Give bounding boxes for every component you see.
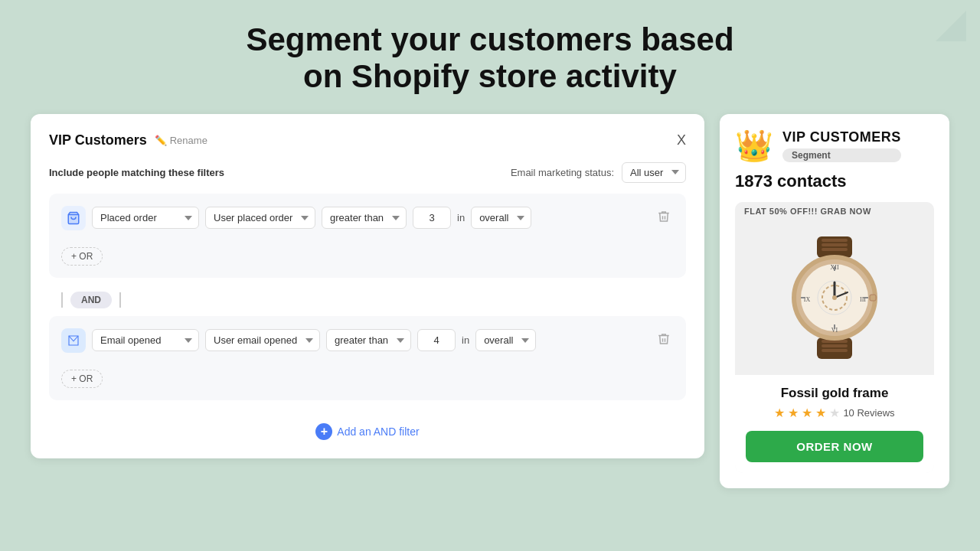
condition-select-2[interactable]: User email opened xyxy=(205,329,320,351)
svg-point-24 xyxy=(832,295,837,300)
watch-image: XII III VI IX xyxy=(769,233,900,363)
add-filter-plus-icon: + xyxy=(315,423,332,440)
svg-rect-4 xyxy=(822,248,848,251)
product-image-container: XII III VI IX xyxy=(735,220,934,375)
star-2: ★ xyxy=(788,406,799,420)
panel-title-group: VIP Customers ✏️ Rename xyxy=(49,132,207,148)
svg-rect-25 xyxy=(870,295,876,301)
rename-label: Rename xyxy=(170,135,207,146)
trash-icon xyxy=(657,210,671,223)
operator-select-2[interactable]: greater than xyxy=(326,329,411,351)
filter-block-2: Email opened User email opened greater t… xyxy=(49,316,686,400)
delete-filter-1-button[interactable] xyxy=(654,207,674,229)
star-1: ★ xyxy=(774,406,785,420)
main-content: VIP Customers ✏️ Rename X Include people… xyxy=(0,114,980,488)
or-button-1[interactable]: + OR xyxy=(61,247,103,266)
close-button[interactable]: X xyxy=(677,132,686,148)
product-name: Fossil gold frame xyxy=(746,386,923,401)
email-opened-icon xyxy=(61,328,86,353)
star-3: ★ xyxy=(802,406,812,420)
svg-rect-3 xyxy=(822,243,848,246)
crown-icon: 👑 xyxy=(735,130,773,161)
triangle-decoration xyxy=(936,11,966,41)
panel-title: VIP Customers xyxy=(49,132,147,148)
filter-row-1: Placed order User placed order greater t… xyxy=(61,206,674,230)
filter-block-1: Placed order User placed order greater t… xyxy=(49,194,686,278)
add-and-filter-button[interactable]: + Add an AND filter xyxy=(315,423,419,440)
filter-header: Include people matching these filters Em… xyxy=(49,162,686,183)
segment-badge: Segment xyxy=(782,148,901,162)
svg-rect-7 xyxy=(822,344,848,347)
filter-value-1[interactable] xyxy=(413,207,451,229)
review-count: 10 Reviews xyxy=(843,407,894,419)
email-status-select[interactable]: All user xyxy=(622,162,686,183)
filter-header-label: Include people matching these filters xyxy=(49,167,224,178)
placed-order-icon xyxy=(61,206,86,230)
rename-button[interactable]: ✏️ Rename xyxy=(155,135,207,146)
scope-select-1[interactable]: overall xyxy=(471,207,531,229)
trash-icon-2 xyxy=(657,332,671,346)
event-type-select-2[interactable]: Email opened xyxy=(92,329,199,351)
scope-select-2[interactable]: overall xyxy=(475,329,536,351)
condition-select-1[interactable]: User placed order xyxy=(205,207,315,229)
or-row-1: + OR xyxy=(61,238,674,266)
page-title: Segment your customers based on Shopify … xyxy=(0,0,980,114)
contacts-count: 1873 contacts xyxy=(735,171,934,191)
or-row-2: + OR xyxy=(61,360,674,388)
filter-row-2: Email opened User email opened greater t… xyxy=(61,328,674,353)
filter-value-2[interactable] xyxy=(417,329,456,351)
vip-title-group: VIP CUSTOMERS Segment xyxy=(782,129,901,162)
star-empty: ★ xyxy=(829,406,840,420)
add-filter-label: Add an AND filter xyxy=(337,425,419,438)
svg-rect-2 xyxy=(822,239,848,242)
email-status-label: Email marketing status: xyxy=(511,167,614,178)
product-card: FLAT 50% OFF!!! GRAB NOW xyxy=(735,202,934,473)
panel-header: VIP Customers ✏️ Rename X xyxy=(49,132,686,148)
vip-header: 👑 VIP CUSTOMERS Segment xyxy=(735,129,934,162)
right-panel: 👑 VIP CUSTOMERS Segment 1873 contacts FL… xyxy=(720,114,949,488)
delete-filter-2-button[interactable] xyxy=(654,329,674,351)
event-type-select-1[interactable]: Placed order xyxy=(92,207,199,229)
order-now-button[interactable]: ORDER NOW xyxy=(746,431,923,462)
edit-icon: ✏️ xyxy=(155,135,167,146)
product-rating: ★ ★ ★ ★ ★ 10 Reviews xyxy=(746,406,923,420)
left-panel: VIP Customers ✏️ Rename X Include people… xyxy=(31,114,704,458)
star-half: ★ xyxy=(815,406,826,420)
svg-rect-8 xyxy=(822,349,848,352)
product-info: Fossil gold frame ★ ★ ★ ★ ★ 10 Reviews O… xyxy=(735,375,934,473)
vip-card: 👑 VIP CUSTOMERS Segment 1873 contacts FL… xyxy=(720,114,949,488)
and-badge: AND xyxy=(70,292,112,308)
filter-in-label-2: in xyxy=(462,334,469,346)
filter-in-label-1: in xyxy=(457,212,465,223)
product-banner: FLAT 50% OFF!!! GRAB NOW xyxy=(735,202,934,220)
vip-title: VIP CUSTOMERS xyxy=(782,129,901,145)
or-button-2[interactable]: + OR xyxy=(61,370,103,388)
email-status-group: Email marketing status: All user xyxy=(511,162,686,183)
operator-select-1[interactable]: greater than xyxy=(322,207,407,229)
